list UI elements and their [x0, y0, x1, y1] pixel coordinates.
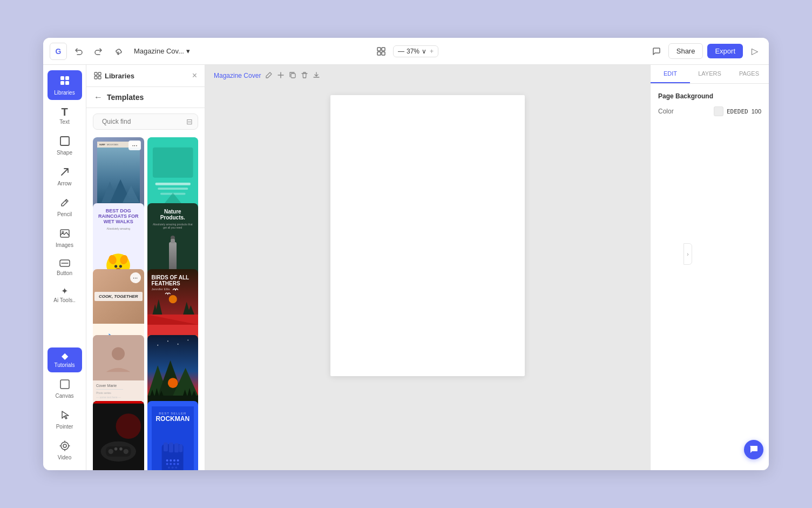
svg-rect-4	[60, 76, 64, 80]
canvas-download-button[interactable]	[313, 71, 320, 81]
svg-rect-68	[93, 401, 144, 404]
sidebar-item-pointer[interactable]: Pointer	[48, 405, 82, 434]
panel-grid-icon	[94, 72, 102, 79]
ai-tools-label: Ai Tools..	[53, 297, 75, 303]
template-card-gaming[interactable]: the gamming control	[93, 401, 144, 470]
svg-point-62	[167, 378, 178, 388]
sidebar-item-arrow[interactable]: Arrow	[48, 162, 82, 191]
toolbar-center: — 37% ∨ +	[374, 44, 438, 59]
svg-point-50	[112, 347, 125, 360]
svg-point-73	[124, 449, 128, 454]
nature-title-text: Nature Products.	[152, 209, 194, 220]
rockman-title-text: ROCKMAN	[155, 415, 190, 423]
sidebar-item-ai-tools[interactable]: ✦ Ai Tools..	[48, 283, 82, 308]
sidebar-item-button[interactable]: Button	[48, 255, 82, 280]
svg-point-89	[168, 466, 170, 469]
logo-button[interactable]: G	[50, 43, 67, 60]
svg-point-91	[175, 466, 177, 469]
libraries-panel: Libraries × ← Templates ⊟	[86, 65, 205, 470]
section-title: Page Background	[658, 92, 761, 100]
card-menu-mountain[interactable]: ···	[128, 141, 140, 150]
button-icon	[59, 259, 70, 269]
svg-rect-79	[174, 443, 179, 452]
sidebar-item-pencil[interactable]: Pencil	[48, 193, 82, 222]
share-button[interactable]: Share	[668, 43, 703, 59]
canvas-label: Canvas	[56, 393, 74, 399]
svg-rect-30	[155, 183, 190, 185]
canvas-add-button[interactable]	[277, 71, 285, 81]
search-input[interactable]	[102, 118, 183, 125]
chat-button[interactable]	[744, 440, 763, 459]
preview-button[interactable]: ▷	[747, 44, 762, 59]
sidebar-item-canvas[interactable]: Canvas	[48, 375, 82, 403]
tab-edit[interactable]: EDIT	[651, 65, 690, 83]
panel-header: Libraries ×	[86, 65, 205, 87]
panel-close-button[interactable]: ×	[192, 71, 197, 80]
export-button[interactable]: Export	[707, 44, 743, 58]
svg-point-69	[116, 413, 141, 439]
document-name[interactable]: Magazine Cov... ▾	[130, 45, 194, 57]
svg-point-90	[172, 466, 174, 469]
shape-label: Shape	[57, 150, 72, 156]
panel-header-left: Libraries	[94, 72, 134, 80]
template-rockman-design: BEST SELLER ROCKMAN	[147, 401, 199, 470]
template-card-rockman[interactable]: BEST SELLER ROCKMAN	[147, 401, 199, 470]
canvas-toolbar: Magazine Cover	[205, 65, 650, 86]
card-menu-cooking[interactable]: ···	[130, 272, 141, 283]
tab-pages[interactable]: PAGES	[729, 65, 769, 83]
svg-rect-21	[98, 72, 101, 75]
svg-point-83	[173, 459, 175, 462]
svg-point-49	[168, 295, 177, 303]
toolbar-right: Share Export ▷	[443, 43, 762, 59]
svg-point-66	[187, 339, 188, 340]
libraries-label: Libraries	[54, 90, 75, 96]
tutorials-label: Tutorials	[55, 362, 75, 368]
svg-rect-29	[152, 148, 193, 178]
svg-rect-22	[94, 76, 97, 79]
canvas-document-label: Magazine Cover	[214, 72, 261, 79]
svg-point-82	[170, 459, 172, 462]
color-property-row: Color EDEDED 100	[658, 106, 761, 116]
sidebar-item-video[interactable]: Video	[48, 436, 82, 465]
toolbar: G Magazine Cov...	[43, 38, 769, 65]
svg-point-63	[157, 345, 158, 346]
cloud-save-button[interactable]	[110, 44, 125, 59]
zoom-control[interactable]: — 37% ∨ +	[393, 45, 438, 57]
libraries-panel-title: Libraries	[105, 72, 134, 80]
sidebar-item-shape[interactable]: Shape	[48, 131, 82, 160]
redo-button[interactable]	[91, 44, 106, 59]
filter-icon[interactable]: ⊟	[186, 117, 193, 126]
svg-rect-7	[65, 81, 69, 85]
canvas-actions	[265, 71, 320, 81]
svg-point-72	[109, 449, 113, 454]
pencil-label: Pencil	[57, 211, 72, 217]
undo-button[interactable]	[71, 44, 86, 59]
sidebar-bottom: ◆ Tutorials Canvas	[48, 347, 82, 465]
back-button[interactable]: ←	[94, 92, 103, 102]
svg-rect-78	[169, 442, 173, 452]
canvas-delete-button[interactable]	[301, 71, 308, 81]
fit-button[interactable]	[374, 44, 389, 59]
svg-rect-1	[382, 48, 385, 51]
sidebar-item-libraries[interactable]: Libraries	[48, 70, 82, 100]
sidebar-item-tutorials[interactable]: ◆ Tutorials	[48, 347, 82, 372]
pointer-label: Pointer	[56, 424, 73, 430]
video-icon	[59, 440, 70, 453]
svg-point-84	[177, 459, 179, 462]
templates-header: ← Templates	[86, 87, 205, 108]
tab-layers[interactable]: LAYERS	[690, 65, 729, 83]
svg-point-87	[173, 463, 175, 465]
arrow-icon	[59, 166, 70, 179]
color-swatch[interactable]	[714, 106, 723, 116]
canvas-duplicate-button[interactable]	[289, 71, 296, 81]
tutorials-icon: ◆	[62, 352, 68, 360]
sidebar-item-text[interactable]: T Text	[48, 102, 82, 129]
canvas-edit-button[interactable]	[265, 71, 273, 81]
canvas-page	[330, 95, 525, 376]
pencil-icon	[59, 197, 70, 210]
canvas-wrapper: ›	[205, 86, 650, 470]
sidebar-item-images[interactable]: Images	[48, 224, 82, 252]
pointer-icon	[59, 410, 70, 422]
svg-rect-31	[158, 188, 188, 190]
comment-button[interactable]	[649, 44, 664, 59]
